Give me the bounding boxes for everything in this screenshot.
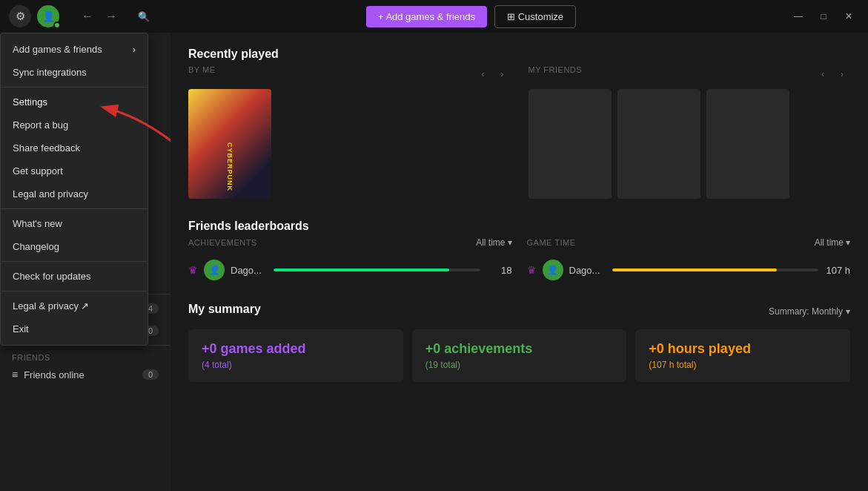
summary-cards: +0 games added (4 total) +0 achievements… (188, 329, 850, 382)
hours-sub: (107 h total) (649, 360, 837, 370)
gametime-col: GAME TIME All time ▾ ♛ 👤 Dago... 1 (527, 237, 851, 285)
achievements-sub: (19 total) (425, 360, 614, 370)
dropdown-label-add-games: Add games & friends (13, 44, 102, 55)
dropdown-label-changelog: Changelog (13, 241, 59, 252)
player-name-achievements: Dago... (231, 265, 268, 276)
by-me-label: BY ME (188, 65, 216, 74)
games-added-value: +0 games added (202, 341, 390, 357)
gametime-col-title: GAME TIME (527, 238, 576, 247)
back-button[interactable]: ← (77, 6, 98, 27)
recently-played-section: Recently played BY ME ‹ › CYBERPUNK (188, 47, 850, 199)
gametime-progress-bar-container (612, 268, 819, 271)
dropdown-label-check-updates: Check for updates (13, 271, 91, 282)
friends-section-label: FRIENDS (0, 349, 170, 363)
avatar-online-badge (53, 22, 61, 29)
dropdown-label-sync: Sync integrations (13, 67, 87, 78)
summary-card-hours: +0 hours played (107 h total) (635, 329, 850, 382)
summary-filter-btn[interactable]: Summary: Monthly ▾ (769, 306, 850, 317)
summary-section: My summary Summary: Monthly ▾ +0 games a… (188, 303, 850, 382)
dropdown-label-exit: Exit (13, 323, 29, 335)
friends-games-row (529, 89, 851, 199)
summary-header: My summary Summary: Monthly ▾ (188, 303, 850, 320)
dropdown-label-legal-privacy2: Legal & privacy ↗ (13, 300, 90, 312)
dropdown-item-get-support[interactable]: Get support (1, 159, 148, 182)
forward-button[interactable]: → (101, 6, 122, 27)
dropdown-item-add-games[interactable]: Add games & friends › (1, 38, 148, 61)
sidebar: Add games & friends › Sync integrations … (0, 33, 170, 491)
by-me-nav: ‹ › (475, 66, 511, 82)
chevron-down-icon: ▾ (508, 237, 512, 248)
titlebar-center: + Add games & friends ⊞ Customize (154, 5, 788, 28)
dropdown-label-get-support: Get support (13, 165, 63, 177)
summary-card-achievements: +0 achievements (19 total) (412, 329, 627, 382)
add-games-button[interactable]: + Add games & friends (366, 6, 487, 27)
by-me-header: BY ME ‹ › (188, 65, 511, 83)
gametime-row-1: ♛ 👤 Dago... 107 h (527, 255, 851, 285)
gametime-score: 107 h (824, 265, 850, 276)
my-friends-label: MY FRIENDS (529, 65, 583, 74)
friends-prev-btn[interactable]: ‹ (815, 66, 831, 82)
my-friends-nav: ‹ › (815, 66, 850, 82)
achievements-filter-btn[interactable]: All time ▾ (476, 237, 511, 248)
dropdown-item-changelog[interactable]: Changelog (1, 235, 148, 258)
dropdown-item-check-updates[interactable]: Check for updates (1, 265, 148, 288)
achievements-value: +0 achievements (425, 341, 614, 357)
friends-next-btn[interactable]: › (834, 66, 850, 82)
achievements-progress-bar-container (274, 268, 480, 271)
dropdown-item-settings[interactable]: Settings (1, 90, 148, 113)
gametime-filter-btn[interactable]: All time ▾ (815, 237, 850, 248)
titlebar: ⚙ 👤 ← → 🔍 + Add games & friends ⊞ Custom… (0, 0, 868, 33)
achievements-col-title: ACHIEVEMENTS (188, 238, 257, 247)
dropdown-item-exit[interactable]: Exit (1, 317, 148, 340)
by-me-next-btn[interactable]: › (494, 66, 511, 82)
dropdown-divider-4 (1, 291, 148, 291)
search-button[interactable]: 🔍 (133, 6, 154, 27)
dropdown-item-sync[interactable]: Sync integrations (1, 61, 148, 84)
recently-played-title: Recently played (188, 47, 850, 61)
dropdown-item-legal-privacy2[interactable]: Legal & privacy ↗ (1, 294, 148, 317)
recently-played-layout: BY ME ‹ › CYBERPUNK MY FRIENDS (188, 65, 850, 199)
achievements-col-header: ACHIEVEMENTS All time ▾ (188, 237, 512, 248)
close-button[interactable]: ✕ (838, 6, 859, 27)
gametime-col-header: GAME TIME All time ▾ (527, 237, 851, 248)
by-me-col: BY ME ‹ › CYBERPUNK (188, 65, 511, 199)
nav-arrows: ← → (77, 6, 122, 27)
by-me-games-row: CYBERPUNK (188, 89, 511, 199)
games-added-sub: (4 total) (202, 360, 390, 370)
by-me-prev-btn[interactable]: ‹ (475, 66, 491, 82)
dropdown-item-share-feedback[interactable]: Share feedback (1, 136, 148, 159)
dropdown-item-whats-new[interactable]: What's new (1, 212, 148, 235)
minimize-button[interactable]: — (788, 6, 809, 27)
leaderboards-section: Friends leaderboards ACHIEVEMENTS All ti… (188, 220, 850, 285)
dropdown-label-settings: Settings (13, 96, 47, 108)
customize-button[interactable]: ⊞ Customize (494, 5, 576, 28)
gear-icon-btn[interactable]: ⚙ (9, 5, 31, 27)
game-card-cyberpunk[interactable]: CYBERPUNK (188, 89, 271, 199)
leaderboards-title: Friends leaderboards (188, 220, 850, 233)
dropdown-label-whats-new: What's new (13, 218, 62, 229)
dropdown-label-report-bug: Report a bug (13, 119, 68, 131)
player-avatar-achievements: 👤 (204, 260, 225, 280)
cyberpunk-label: CYBERPUNK (226, 142, 233, 191)
friends-game-3[interactable] (706, 89, 789, 199)
titlebar-left: ⚙ 👤 ← → 🔍 (9, 5, 154, 27)
achievements-progress-bar (274, 268, 449, 271)
dropdown-item-legal-privacy[interactable]: Legal and privacy (1, 182, 148, 205)
my-friends-col: MY FRIENDS ‹ › (529, 65, 851, 199)
submenu-arrow-icon: › (133, 44, 136, 55)
dropdown-divider-3 (1, 261, 148, 262)
titlebar-right: — □ ✕ (788, 6, 859, 27)
dropdown-label-share-feedback: Share feedback (13, 142, 80, 154)
maximize-button[interactable]: □ (813, 6, 834, 27)
player-avatar-gametime: 👤 (543, 260, 563, 280)
dropdown-menu: Add games & friends › Sync integrations … (0, 33, 148, 346)
sidebar-item-friends-online[interactable]: ≡ Friends online 0 (0, 363, 170, 386)
friends-game-1[interactable] (529, 89, 612, 199)
friends-game-2[interactable] (617, 89, 700, 199)
crown-icon: ♛ (188, 264, 198, 276)
avatar-btn[interactable]: 👤 (37, 5, 59, 27)
dropdown-label-legal-privacy: Legal and privacy (13, 188, 88, 200)
my-friends-header: MY FRIENDS ‹ › (529, 65, 851, 83)
friends-online-label: Friends online (24, 369, 136, 380)
dropdown-item-report-bug[interactable]: Report a bug (1, 113, 148, 136)
